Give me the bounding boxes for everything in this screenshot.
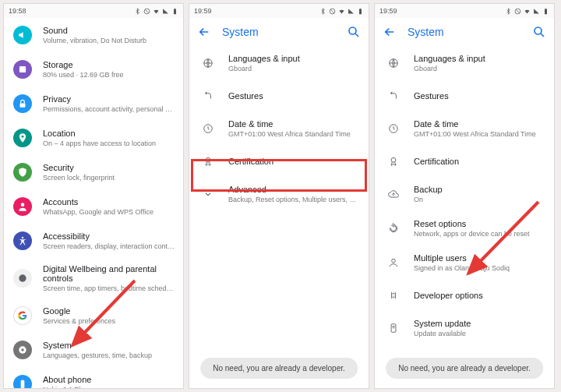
item-texts: About phoneNokia 6.1 Plus [43, 375, 175, 388]
signal-icon [533, 8, 540, 15]
svg-rect-21 [545, 9, 547, 14]
item-title: Google [43, 306, 175, 316]
system-item-gestures[interactable]: Gestures [189, 80, 369, 111]
gestures-icon [199, 87, 217, 105]
system-item-lang[interactable]: Languages & inputGboard [189, 46, 369, 80]
accounts-icon [13, 197, 32, 216]
item-subtitle: WhatsApp, Google and WPS Office [43, 208, 175, 216]
lang-icon [384, 54, 403, 72]
item-subtitle: Nokia 6.1 Plus [43, 386, 175, 388]
item-texts: BackupOn [414, 185, 546, 203]
bluetooth-icon [134, 8, 141, 15]
svg-point-26 [391, 157, 396, 162]
settings-item-wellbeing[interactable]: Digital Wellbeing and parental controlsS… [4, 258, 183, 298]
app-bar-title: System [408, 26, 521, 38]
settings-item-sound[interactable]: SoundVolume, vibration, Do Not Disturb [4, 18, 183, 52]
item-texts: Gestures [414, 91, 546, 101]
battery-icon [542, 8, 549, 15]
signal-icon [162, 8, 169, 15]
item-title: Digital Wellbeing and parental controls [43, 264, 175, 283]
settings-item-google[interactable]: GoogleServices & preferences [4, 298, 183, 333]
system-item-cert[interactable]: Certification [375, 146, 554, 177]
toast: No need, you are already a developer. [200, 358, 358, 379]
svg-rect-15 [360, 8, 362, 9]
item-title: Languages & input [228, 54, 361, 63]
item-texts: Storage80% used · 12.69 GB free [43, 60, 175, 79]
item-subtitle: Gboard [414, 65, 546, 72]
bluetooth-icon [319, 8, 326, 15]
item-texts: AccessibilityScreen readers, display, in… [43, 231, 175, 250]
clock: 19:59 [194, 7, 212, 15]
svg-point-27 [392, 259, 396, 263]
cert-icon [384, 152, 403, 171]
item-texts: System updateUpdate available [414, 319, 546, 337]
datetime-icon [384, 119, 403, 138]
svg-rect-11 [21, 380, 25, 388]
system-item-reset[interactable]: Reset optionsNetwork, apps or device can… [375, 211, 554, 245]
item-subtitle: On [414, 196, 546, 203]
item-title: Sound [43, 26, 175, 35]
search-button[interactable] [347, 25, 361, 39]
system-item-gestures[interactable]: Gestures [375, 80, 554, 111]
system-item-backup[interactable]: BackupOn [375, 177, 554, 211]
item-texts: Multiple usersSigned in as Olanrewaju So… [414, 253, 546, 272]
item-title: Storage [43, 60, 175, 69]
google-icon [13, 306, 32, 325]
item-title: Gestures [228, 91, 361, 101]
item-texts: SecurityScreen lock, fingerprint [43, 163, 175, 182]
gestures-icon [384, 87, 403, 105]
system-item-devopts[interactable]: Developer options [375, 280, 554, 311]
system-item-update[interactable]: System updateUpdate available [375, 311, 554, 345]
system-item-lang[interactable]: Languages & inputGboard [375, 46, 554, 80]
item-texts: Digital Wellbeing and parental controlsS… [43, 264, 175, 292]
item-texts: Date & timeGMT+01:00 West Africa Standar… [414, 119, 546, 138]
item-subtitle: Screen readers, display, interaction con… [43, 242, 175, 250]
search-button[interactable] [532, 25, 546, 39]
svg-point-7 [22, 237, 23, 238]
svg-point-23 [535, 27, 542, 34]
item-texts: Developer options [414, 291, 546, 300]
settings-item-location[interactable]: LocationOn – 4 apps have access to locat… [4, 121, 183, 155]
settings-item-privacy[interactable]: PrivacyPermissions, account activity, pe… [4, 87, 183, 121]
item-subtitle: Languages, gestures, time, backup [43, 351, 175, 359]
bluetooth-icon [505, 8, 512, 15]
cert-icon [199, 152, 217, 171]
settings-item-system[interactable]: SystemLanguages, gestures, time, backup [4, 333, 183, 367]
wifi-icon [338, 8, 345, 15]
back-button[interactable] [383, 25, 397, 39]
svg-rect-3 [19, 66, 26, 72]
system-item-users[interactable]: Multiple usersSigned in as Olanrewaju So… [375, 245, 554, 280]
panel-system-expanded: 19:59 System Languages & inputGboardGest… [374, 3, 555, 389]
item-subtitle: Screen lock, fingerprint [43, 174, 175, 182]
system-icon [13, 341, 32, 359]
settings-item-accounts[interactable]: AccountsWhatsApp, Google and WPS Office [4, 189, 183, 224]
system-item-datetime[interactable]: Date & timeGMT+01:00 West Africa Standar… [189, 111, 369, 146]
status-icons [134, 8, 178, 15]
mute-icon [514, 8, 521, 15]
system-item-advanced[interactable]: AdvancedBackup, Reset options, Multiple … [189, 177, 369, 211]
item-subtitle: Volume, vibration, Do Not Disturb [43, 37, 175, 44]
clock: 19:59 [379, 7, 397, 15]
item-subtitle: 80% used · 12.69 GB free [43, 71, 175, 79]
item-title: Location [43, 129, 175, 138]
reset-icon [384, 219, 403, 238]
item-texts: Reset optionsNetwork, apps or device can… [414, 219, 546, 238]
back-button[interactable] [197, 25, 211, 39]
item-title: Accessibility [43, 231, 175, 241]
location-icon [13, 129, 32, 147]
settings-item-security[interactable]: SecurityScreen lock, fingerprint [4, 155, 183, 189]
mute-icon [329, 8, 336, 15]
settings-item-about[interactable]: About phoneNokia 6.1 Plus [4, 367, 183, 388]
settings-item-accessibility[interactable]: AccessibilityScreen readers, display, in… [4, 224, 183, 258]
item-title: Reset options [414, 219, 546, 228]
item-title: Gestures [414, 91, 546, 101]
battery-icon [171, 8, 178, 15]
settings-item-storage[interactable]: Storage80% used · 12.69 GB free [4, 52, 183, 87]
item-title: Date & time [414, 119, 546, 129]
system-item-cert[interactable]: Certification [189, 146, 369, 177]
item-texts: Languages & inputGboard [414, 54, 546, 72]
system-item-datetime[interactable]: Date & timeGMT+01:00 West Africa Standar… [375, 111, 554, 146]
item-title: Accounts [43, 197, 175, 207]
backup-icon [384, 185, 403, 203]
item-subtitle: Update available [414, 330, 546, 337]
